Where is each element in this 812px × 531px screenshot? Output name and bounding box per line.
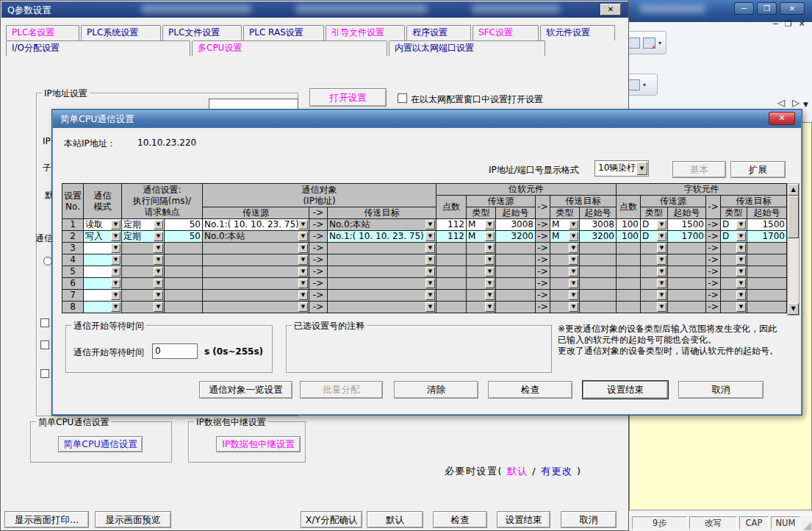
chevron-down-icon[interactable]: ▼	[569, 243, 578, 253]
cell-r2-bit_src_type[interactable]: M▼	[467, 231, 496, 243]
cell-r6-dst_ip[interactable]: ▼	[328, 278, 436, 290]
chevron-down-icon[interactable]: ▼	[636, 162, 647, 175]
cell-r3-word_dst_start[interactable]	[747, 243, 787, 254]
cell-r1-bit_points[interactable]: 112	[436, 219, 467, 231]
chevron-down-icon[interactable]: ▼	[298, 243, 308, 253]
toolbar-overflow-icon[interactable]: ▾	[643, 82, 646, 88]
cell-r4-word_src_type[interactable]: ▼	[641, 254, 668, 266]
cell-r6-word_dst_type[interactable]: ▼	[721, 278, 747, 290]
scrollbar-thumb[interactable]	[788, 196, 799, 238]
cell-r7-interval[interactable]	[165, 290, 203, 302]
cell-r1-src_ip[interactable]: No.1:( 10. 10. 23. 75)▼	[203, 219, 309, 231]
option-checkbox[interactable]	[40, 369, 49, 378]
cell-r6-bit_dst_type[interactable]: ▼	[550, 278, 580, 290]
chevron-down-icon[interactable]: ▼	[298, 255, 308, 265]
outer-button-5[interactable]: 设置结束	[497, 511, 550, 528]
cell-r6-bit_dst_start[interactable]	[580, 278, 617, 290]
chevron-down-icon[interactable]: ▼	[111, 220, 121, 229]
tab-multi-cpu[interactable]: 多CPU设置	[192, 40, 387, 56]
chevron-down-icon[interactable]: ▼	[569, 255, 578, 265]
cell-r5-setting[interactable]: ▼	[122, 266, 165, 278]
cell-r5-word_src_start[interactable]	[668, 266, 706, 278]
cell-r2-word_src_start[interactable]: 1700	[668, 231, 706, 243]
cell-r2-interval[interactable]: 50	[165, 231, 203, 243]
cell-r1-word_dst_start[interactable]: 1500	[747, 219, 787, 231]
mdi-close-icon[interactable]: ✕	[799, 19, 805, 29]
chevron-down-icon[interactable]: ▼	[736, 232, 746, 241]
cell-r5-word_dst_start[interactable]	[747, 266, 787, 278]
cell-r8-word_points[interactable]	[617, 302, 641, 313]
cell-r3-bit_points[interactable]	[436, 243, 467, 254]
chevron-down-icon[interactable]: ▼	[485, 291, 495, 300]
chevron-down-icon[interactable]: ▼	[657, 243, 667, 253]
chevron-down-icon[interactable]: ▼	[425, 279, 435, 288]
tab-io-assignment[interactable]: I/O分配设置	[6, 40, 190, 56]
chevron-down-icon[interactable]: ▼	[111, 302, 121, 312]
cell-r4-dst_ip[interactable]: ▼	[328, 254, 436, 266]
chevron-down-icon[interactable]: ▼	[111, 232, 121, 241]
cell-r2-word_points[interactable]: 100	[617, 231, 641, 243]
cell-r1-word_src_start[interactable]: 1500	[668, 219, 706, 231]
cell-r5-bit_points[interactable]	[436, 266, 467, 278]
cell-r6-setting[interactable]: ▼	[122, 278, 165, 290]
outer-button-2[interactable]: X/Y分配确认	[301, 511, 362, 528]
chevron-down-icon[interactable]: ▼	[485, 255, 495, 265]
chevron-down-icon[interactable]: ▼	[298, 302, 308, 312]
ip-field-fragment[interactable]	[209, 99, 298, 110]
cell-r3-bit_dst_start[interactable]	[580, 243, 617, 254]
chevron-down-icon[interactable]: ▼	[425, 255, 435, 265]
chevron-down-icon[interactable]: ▼	[425, 220, 435, 229]
chevron-down-icon[interactable]: ▼	[569, 267, 578, 277]
chevron-down-icon[interactable]: ▼	[154, 267, 163, 277]
cell-r7-word_src_type[interactable]: ▼	[641, 290, 668, 302]
cell-r8-src_ip[interactable]: ▼	[203, 302, 309, 313]
option-checkbox[interactable]	[40, 318, 49, 327]
cell-r3-setting[interactable]: ▼	[122, 243, 165, 254]
chevron-down-icon[interactable]: ▼	[736, 291, 746, 300]
cell-r5-word_points[interactable]	[617, 266, 641, 278]
chevron-down-icon[interactable]: ▼	[657, 255, 667, 265]
cell-r7-word_dst_start[interactable]	[747, 290, 787, 302]
window-list-icon[interactable]: ▼	[803, 101, 808, 108]
tab-plc-system[interactable]: PLC系统设置	[81, 25, 161, 40]
cell-r3-word_src_start[interactable]	[668, 243, 706, 254]
chevron-down-icon[interactable]: ▼	[425, 291, 435, 300]
cell-r5-word_src_type[interactable]: ▼	[641, 266, 668, 278]
chevron-down-icon[interactable]: ▼	[111, 243, 121, 253]
tab-device[interactable]: 软元件设置	[540, 25, 615, 40]
cell-r8-word_src_type[interactable]: ▼	[641, 302, 668, 313]
cell-r5-dst_ip[interactable]: ▼	[328, 266, 436, 278]
cell-r3-word_points[interactable]	[617, 243, 641, 254]
cell-r4-bit_src_start[interactable]	[496, 254, 536, 266]
cell-r8-word_src_start[interactable]	[668, 302, 706, 313]
cell-r1-interval[interactable]: 50	[165, 219, 203, 231]
chevron-down-icon[interactable]: ▼	[111, 267, 121, 277]
cell-r8-bit_dst_start[interactable]	[580, 302, 617, 313]
chevron-down-icon[interactable]: ▼	[298, 291, 308, 300]
inner-button-4[interactable]: 设置结束	[583, 381, 668, 399]
cell-r6-bit_src_type[interactable]: ▼	[467, 278, 496, 290]
chevron-down-icon[interactable]: ▼	[111, 279, 121, 288]
cell-r4-bit_dst_type[interactable]: ▼	[550, 254, 580, 266]
chevron-down-icon[interactable]: ▼	[736, 220, 746, 229]
inner-button-2[interactable]: 清除	[394, 381, 478, 399]
cell-r2-src_ip[interactable]: No.0:本站▼	[203, 231, 309, 243]
chevron-down-icon[interactable]: ▼	[154, 243, 163, 253]
cell-r3-bit_dst_type[interactable]: ▼	[550, 243, 580, 254]
outer-button-1[interactable]: 显示画面预览	[95, 511, 171, 528]
cell-r1-bit_dst_start[interactable]: 3008	[580, 219, 617, 231]
tab-builtin-ethernet[interactable]: 内置以太网端口设置	[389, 40, 545, 56]
inner-button-3[interactable]: 检查	[488, 381, 572, 399]
chevron-down-icon[interactable]: ▼	[736, 243, 746, 253]
cell-r4-bit_src_type[interactable]: ▼	[467, 254, 496, 266]
chevron-down-icon[interactable]: ▼	[736, 255, 746, 265]
cell-r1-bit_src_start[interactable]: 3008	[496, 219, 536, 231]
chevron-down-icon[interactable]: ▼	[154, 220, 163, 229]
chevron-down-icon[interactable]: ▼	[657, 291, 667, 300]
cell-r8-bit_dst_type[interactable]: ▼	[550, 302, 580, 313]
cell-r4-interval[interactable]	[165, 254, 203, 266]
cell-r7-bit_points[interactable]	[436, 290, 467, 302]
cell-r8-word_dst_type[interactable]: ▼	[721, 302, 747, 313]
chevron-down-icon[interactable]: ▼	[425, 302, 435, 312]
outer-dialog-close-icon[interactable]: ✕	[600, 4, 621, 15]
